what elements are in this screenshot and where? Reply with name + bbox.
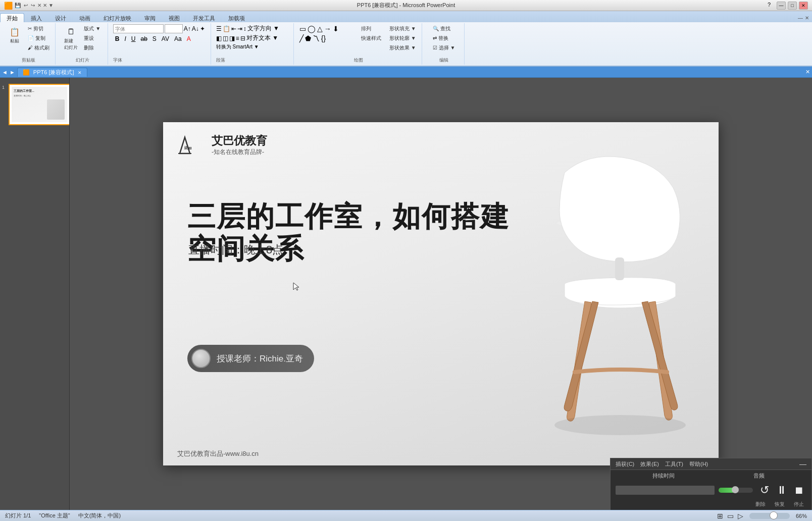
layout-btn[interactable]: 版式 ▼ [81,24,103,33]
ribbon-minimize-btn[interactable]: — [798,15,803,21]
draw-line-btn[interactable]: ╱ [299,34,304,43]
tab-start[interactable]: 开始 [0,13,24,22]
pause-btn[interactable]: ⏸ [774,483,789,498]
align-text-btn[interactable]: 对齐文本 ▼ [246,34,278,42]
media-menu-effect[interactable]: 效果(E) [640,460,659,468]
strikethrough-btn[interactable]: ab [138,34,149,43]
media-menu-help[interactable]: 帮助(H) [689,460,708,468]
copy-btn[interactable]: 📄 复制 [25,34,52,43]
reset-btn[interactable]: 重设 [81,34,103,43]
slide-canvas[interactable]: i8u 艾巴优教育 -知名在线教育品牌- 三层的工作室，如何搭建空间关系 直播时… [163,122,719,465]
find-btn[interactable]: 🔍 查找 [430,24,458,33]
tab-view[interactable]: 视图 [162,13,186,22]
view-normal-btn[interactable]: ⊞ [717,512,723,520]
draw-poly-btn[interactable]: ⬟ [304,34,312,43]
select-btn[interactable]: ☑ 选择 ▼ [430,43,458,53]
doc-tab-ppt6[interactable]: 🟧 PPT6 [兼容模式] ✕ [17,68,87,77]
indent-more-btn[interactable]: ⇥ [237,25,242,32]
tab-animation[interactable]: 动画 [73,13,97,22]
replace-btn[interactable]: ⇄ 替换 [430,34,458,43]
volume-bar[interactable] [719,488,753,493]
zoom-slider[interactable] [749,513,790,519]
font-grow-btn[interactable]: A↑ [184,25,191,32]
draw-freeform-btn[interactable]: 〽 [312,34,320,43]
media-menu-capture[interactable]: 插获(C) [616,460,634,468]
replay-btn[interactable]: ↺ [757,483,772,498]
paste-btn[interactable]: 📋 粘贴 [5,24,24,46]
indent-less-btn[interactable]: ⇤ [231,25,236,32]
convert-smartart-btn[interactable]: 转换为 SmartArt ▼ [216,43,259,50]
font-color-btn[interactable]: A [185,34,193,43]
help-btn[interactable]: ? [768,2,771,10]
doc-tab-nav-right[interactable]: ► [10,69,15,75]
tab-addins[interactable]: 加载项 [222,13,251,22]
draw-arrow-btn[interactable]: → [324,24,332,33]
shape-effect-btn[interactable]: 形状效果 ▼ [387,43,419,53]
qa-save[interactable]: 💾 [15,3,21,8]
view-slideshow-btn[interactable]: ▷ [738,512,743,520]
delete-btn[interactable]: 删除 [81,43,103,53]
quickstyle-btn[interactable]: 快速样式 [359,34,384,43]
media-bar-close[interactable]: — [799,460,806,468]
ribbon-close-btn[interactable]: ✕ [805,15,809,21]
text-direction-btn[interactable]: 文字方向 ▼ [247,24,279,33]
quick-access: 💾 ↩ ↪ ✕ ✕ ▼ [15,3,54,8]
maximize-btn[interactable]: □ [788,2,797,10]
linespace-btn[interactable]: ↕ [243,25,246,32]
col-btn[interactable]: ⊟ [240,35,245,42]
draw-shape-more[interactable]: ⬇ [332,24,339,33]
font-shrink-btn[interactable]: A↓ [192,25,199,32]
case-btn[interactable]: Aa [172,34,184,43]
qa-undo[interactable]: ↩ [24,3,28,8]
bold-btn[interactable]: B [113,34,122,43]
align-right-btn[interactable]: ◨ [229,35,235,42]
formatpaint-btn[interactable]: 🖌 格式刷 [25,43,52,53]
stop-btn[interactable]: ⏹ [791,483,806,498]
tab-insert[interactable]: 插入 [24,13,48,22]
font-name-input[interactable] [113,24,164,33]
new-slide-btn[interactable]: 🗒 新建幻灯片 [62,24,80,53]
char-spacing-btn[interactable]: AV [160,34,171,43]
doc-tab-nav-left[interactable]: ◄ [2,69,8,75]
minimize-btn[interactable]: — [777,2,786,10]
clear-format-btn[interactable]: ✦ [200,25,205,32]
sort-btn[interactable]: 排列 [359,24,384,33]
close-btn[interactable]: ✕ [799,2,808,10]
tab-dev[interactable]: 开发工具 [186,13,222,22]
doc-tab-icon: 🟧 [23,69,30,75]
shadow-btn[interactable]: S [150,34,159,43]
draw-rect-btn[interactable]: ▭ [299,24,307,33]
view-slide-btn[interactable]: ▭ [727,512,734,520]
underline-btn[interactable]: U [129,34,138,43]
numlist-btn[interactable]: 📋 [223,25,230,32]
tab-slideshow[interactable]: 幻灯片放映 [97,13,138,22]
align-center-btn[interactable]: ◫ [223,35,228,42]
draw-bracket-btn[interactable]: {} [321,34,326,43]
list-btn[interactable]: ☰ [216,25,222,32]
title-bar-left: 🟧 💾 ↩ ↪ ✕ ✕ ▼ [4,2,54,10]
media-menu-tools[interactable]: 工具(T) [665,460,683,468]
doc-tab-name: PPT6 [兼容模式] [33,69,74,75]
align-justify-btn[interactable]: ≡ [236,35,239,42]
qa-redo[interactable]: ↪ [31,3,35,8]
font-size-input[interactable] [165,24,183,33]
media-menu: 插获(C) 效果(E) 工具(T) 帮助(H) — [611,458,811,470]
shape-fill-btn[interactable]: 形状填充 ▼ [387,24,419,33]
media-btn-labels: 删除 恢复 停止 [611,501,811,510]
doc-tab-close-btn[interactable]: ✕ [78,70,82,75]
tab-design[interactable]: 设计 [48,13,73,22]
qa-more[interactable]: ✕ ✕ ▼ [37,3,53,8]
cut-btn[interactable]: ✂ 剪切 [25,24,52,33]
slide-thumbnail-1[interactable]: 三层的工作室... 直播时间：晚上8点 [9,84,70,125]
logo-text-area: 艾巴优教育 -知名在线教育品牌- [212,134,267,156]
italic-btn[interactable]: I [122,34,128,43]
tab-review[interactable]: 审阅 [138,13,162,22]
paragraph-label: 段落 [216,56,225,64]
align-left-btn[interactable]: ◧ [216,35,222,42]
draw-triangle-btn[interactable]: △ [317,24,323,33]
doc-tab-close-all[interactable]: ✕ [805,69,810,75]
volume-handle[interactable] [732,486,739,493]
shape-outline-btn[interactable]: 形状轮廓 ▼ [387,34,419,43]
duration-bar[interactable] [616,486,715,495]
draw-circle-btn[interactable]: ◯ [307,24,316,33]
